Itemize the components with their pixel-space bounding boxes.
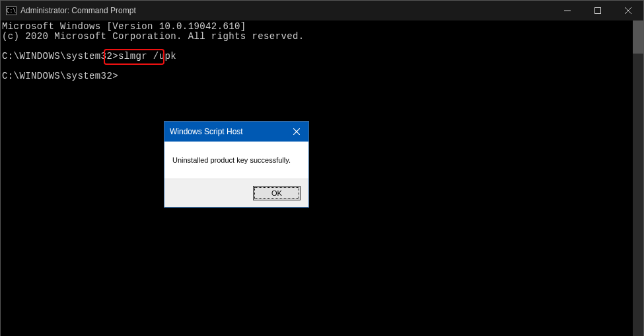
- titlebar[interactable]: C:\ Administrator: Command Prompt: [1, 1, 643, 21]
- maximize-button[interactable]: [583, 1, 613, 21]
- console-output[interactable]: Microsoft Windows [Version 10.0.19042.61…: [1, 21, 634, 336]
- console-line: (c) 2020 Microsoft Corporation. All righ…: [2, 31, 304, 42]
- scrollbar-thumb[interactable]: [633, 21, 643, 54]
- console-prompt: C:\WINDOWS\system32>: [2, 71, 118, 81]
- cmd-window: C:\ Administrator: Command Prompt Micros…: [0, 0, 644, 336]
- console-prompt: C:\WINDOWS\system32>: [2, 51, 118, 62]
- dialog-title: Windows Script Host: [170, 127, 285, 136]
- ok-button[interactable]: OK: [253, 186, 301, 200]
- console-command: slmgr /upk: [118, 51, 176, 62]
- window-title: Administrator: Command Prompt: [20, 6, 552, 15]
- dialog-close-button[interactable]: [285, 122, 308, 142]
- dialog-message: Uninstalled product key successfully.: [164, 142, 308, 179]
- dialog-window: Windows Script Host Uninstalled product …: [164, 121, 309, 208]
- close-button[interactable]: [613, 1, 643, 21]
- cmd-icon: C:\: [6, 6, 17, 15]
- window-controls: [552, 1, 643, 21]
- dialog-titlebar[interactable]: Windows Script Host: [164, 122, 308, 142]
- minimize-button[interactable]: [552, 1, 583, 21]
- dialog-footer: OK: [164, 179, 308, 207]
- svg-rect-1: [595, 8, 601, 14]
- console-line: Microsoft Windows [Version 10.0.19042.61…: [2, 21, 246, 32]
- scrollbar-vertical[interactable]: [633, 21, 643, 336]
